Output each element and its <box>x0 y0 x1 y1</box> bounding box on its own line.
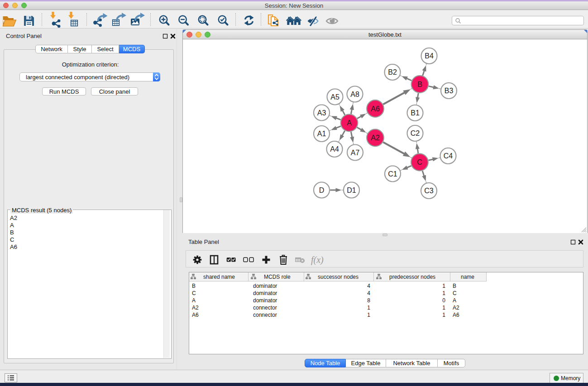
svg-text:D1: D1 <box>347 186 356 194</box>
svg-text:C2: C2 <box>411 129 420 137</box>
svg-text:A: A <box>347 119 352 127</box>
svg-text:D: D <box>319 186 325 194</box>
svg-text:C4: C4 <box>444 152 453 160</box>
svg-text:C3: C3 <box>424 187 434 195</box>
svg-text:B2: B2 <box>388 68 397 76</box>
svg-text:B1: B1 <box>411 109 420 117</box>
svg-text:A8: A8 <box>350 91 359 98</box>
svg-text:A4: A4 <box>330 145 339 153</box>
svg-text:f(x): f(x) <box>311 255 324 265</box>
svg-text:A5: A5 <box>330 93 339 101</box>
svg-text:B3: B3 <box>445 87 454 95</box>
svg-text:C: C <box>417 158 422 166</box>
svg-text:A3: A3 <box>317 109 326 117</box>
svg-text:A6: A6 <box>371 105 380 113</box>
svg-text:A1: A1 <box>317 130 326 138</box>
svg-text:B: B <box>417 81 422 88</box>
svg-text:B4: B4 <box>425 52 434 60</box>
svg-text:A7: A7 <box>351 149 360 157</box>
svg-text:A2: A2 <box>371 134 380 142</box>
svg-text:C1: C1 <box>388 170 397 178</box>
